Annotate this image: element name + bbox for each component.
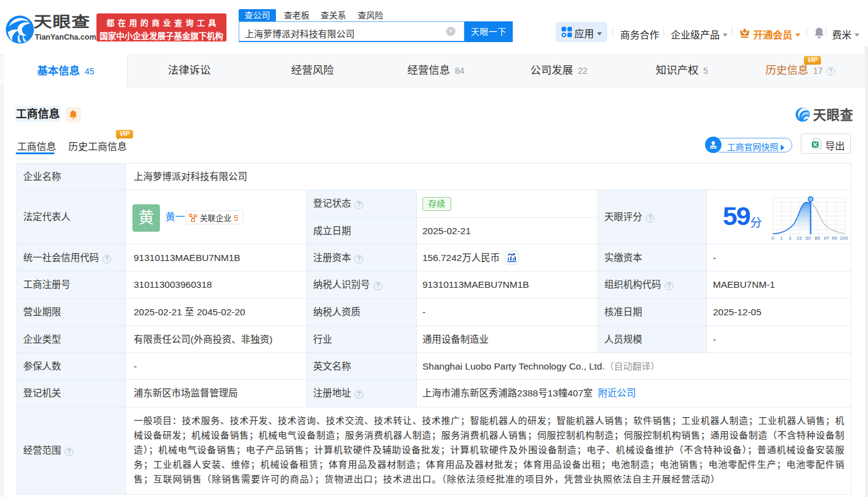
svg-text:97: 97 bbox=[824, 235, 830, 241]
svg-text:100: 100 bbox=[840, 235, 848, 241]
svg-text:99: 99 bbox=[832, 235, 837, 241]
svg-text:50: 50 bbox=[806, 235, 811, 241]
svg-text:1: 1 bbox=[780, 235, 783, 241]
svg-text:15: 15 bbox=[797, 235, 802, 241]
svg-text:3: 3 bbox=[789, 235, 792, 241]
svg-text:85: 85 bbox=[815, 235, 820, 241]
svg-text:天眼查: 天眼查 bbox=[813, 108, 853, 123]
svg-text:0: 0 bbox=[772, 235, 775, 241]
